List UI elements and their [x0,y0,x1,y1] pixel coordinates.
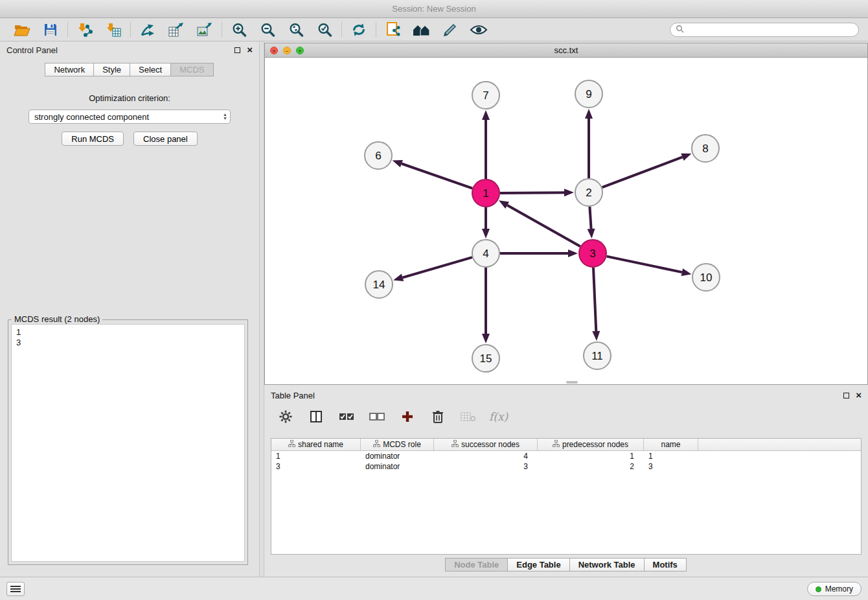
memory-button[interactable]: Memory [807,582,862,596]
export-table-icon[interactable] [166,21,186,39]
zoom-out-icon[interactable] [258,21,277,39]
import-network-icon[interactable] [75,21,95,39]
graph-edge-1-6[interactable] [402,164,472,189]
show-columns-icon[interactable] [306,408,326,426]
delete-column-icon[interactable] [459,408,478,426]
cell-shared-name[interactable]: 1 [271,451,361,461]
svg-text:7: 7 [483,89,488,102]
table-settings-icon[interactable] [276,408,295,426]
svg-text:11: 11 [591,350,603,362]
svg-text:14: 14 [373,279,385,291]
zoom-in-icon[interactable] [229,21,249,39]
column-namespace-icon [451,440,459,449]
graph-node-4[interactable]: 4 [472,240,499,267]
graph-node-9[interactable]: 9 [575,80,602,108]
minimize-window-icon[interactable] [283,47,291,54]
graph-edge-3-11[interactable] [593,268,596,331]
column-header-shared-name[interactable]: shared name [271,439,361,450]
close-panel-button[interactable]: Close panel [133,132,198,146]
column-namespace-icon [373,440,380,449]
cell-name[interactable]: 3 [644,461,698,472]
cell-shared-name[interactable]: 3 [271,461,361,472]
cell-name[interactable]: 1 [644,451,698,461]
graph-node-14[interactable]: 14 [365,271,393,298]
float-panel-icon[interactable] [843,393,849,398]
select-all-rows-icon[interactable] [337,408,356,426]
task-history-button[interactable] [6,582,25,596]
graph-edge-3-1[interactable] [507,205,580,247]
delete-selected-icon[interactable] [428,408,448,426]
add-column-icon[interactable] [398,408,417,426]
zoom-fit-icon[interactable] [286,21,306,39]
close-panel-icon[interactable] [856,392,862,398]
graph-node-7[interactable]: 7 [472,82,499,109]
search-input[interactable] [687,25,853,34]
panel-splitter[interactable] [259,41,264,577]
cell-predecessor-nodes[interactable]: 1 [538,451,644,461]
table-row[interactable]: 1 dominator 4 1 1 [271,451,861,461]
result-line: 3 [16,338,240,348]
column-header-predecessor-nodes[interactable]: predecessor nodes [538,439,644,450]
horizontal-scrollbar[interactable] [566,381,578,384]
export-network-icon[interactable] [138,21,157,39]
graph-node-8[interactable]: 8 [692,135,719,162]
duplicate-network-icon[interactable] [383,21,403,39]
criterion-dropdown[interactable]: strongly connected component ▲▼ [29,110,231,124]
graph-node-6[interactable]: 6 [365,142,392,169]
column-header-successor-nodes[interactable]: successor nodes [434,439,538,450]
network-window-titlebar[interactable]: scc.txt [265,43,867,58]
graph-edge-4-14[interactable] [403,257,472,277]
criterion-dropdown-value: strongly connected component [34,112,149,122]
table-header-row: shared name MCDS role successor nodes pr… [271,439,861,451]
deselect-all-rows-icon[interactable] [367,408,387,426]
maximize-window-icon[interactable] [296,47,304,54]
cell-successor-nodes[interactable]: 4 [434,451,538,461]
graph-node-15[interactable]: 15 [472,345,499,372]
first-neighbors-icon[interactable] [412,21,431,39]
tab-mcds[interactable]: MCDS [170,63,213,76]
graph-edge-arrowhead [393,160,403,167]
cell-mcds-role[interactable]: dominator [361,451,434,461]
graph-edge-2-8[interactable] [602,157,683,187]
table-panel-title: Table Panel [271,391,315,400]
graph-node-3[interactable]: 3 [579,240,606,267]
graph-edge-arrowhead [592,331,600,341]
cell-mcds-role[interactable]: dominator [361,461,434,472]
function-builder-icon[interactable]: f(x) [489,410,508,423]
eye-icon[interactable] [469,21,488,39]
tab-edge-table[interactable]: Edge Table [507,558,569,571]
tab-style[interactable]: Style [93,63,130,76]
mcds-result-textarea[interactable]: 1 3 [11,324,245,562]
cell-predecessor-nodes[interactable]: 2 [538,461,644,472]
close-window-icon[interactable] [270,47,278,54]
column-header-name[interactable]: name [644,439,698,450]
graph-node-1[interactable]: 1 [472,179,499,207]
column-header-mcds-role[interactable]: MCDS role [361,439,434,450]
table-row[interactable]: 3 dominator 3 2 3 [271,461,861,472]
paint-style-icon[interactable] [440,21,460,39]
control-panel-header: Control Panel [0,41,259,58]
search-field[interactable] [670,23,859,37]
cell-successor-nodes[interactable]: 3 [434,461,538,472]
tab-network[interactable]: Network [45,63,94,76]
tab-node-table[interactable]: Node Table [445,558,508,571]
close-panel-icon[interactable] [247,47,253,53]
import-table-icon[interactable] [104,21,123,39]
graph-edge-3-10[interactable] [607,257,682,273]
run-mcds-button[interactable]: Run MCDS [62,132,124,146]
graph-edge-1-2[interactable] [500,192,564,193]
tab-network-table[interactable]: Network Table [569,558,645,571]
tab-motifs[interactable]: Motifs [644,558,687,571]
graph-node-2[interactable]: 2 [575,179,602,206]
save-session-icon[interactable] [41,21,60,39]
float-panel-icon[interactable] [234,47,240,53]
graph-node-10[interactable]: 10 [692,264,720,291]
network-canvas[interactable]: 1234678910111415 [265,58,867,384]
zoom-selected-icon[interactable] [315,21,334,39]
tab-select[interactable]: Select [130,63,171,76]
graph-edge-2-3[interactable] [589,207,591,229]
refresh-icon[interactable] [349,21,369,39]
open-file-icon[interactable] [12,21,32,39]
export-image-icon[interactable] [195,21,214,39]
graph-node-11[interactable]: 11 [584,342,611,369]
